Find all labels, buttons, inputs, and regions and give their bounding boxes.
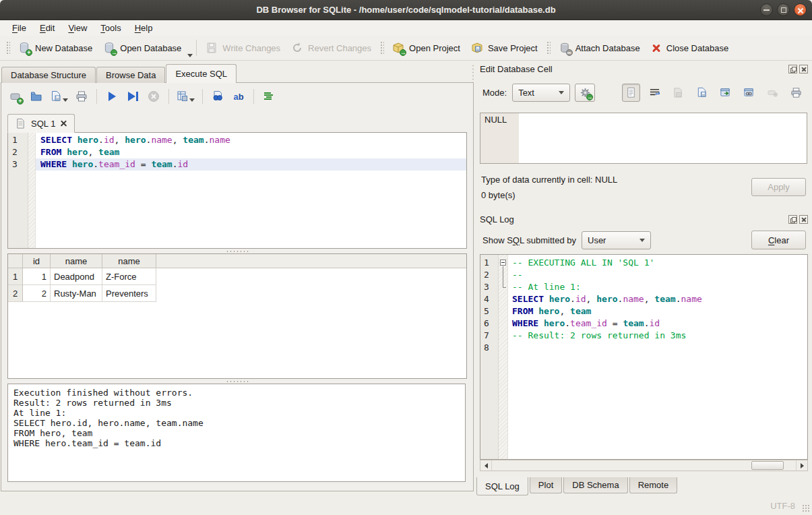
- corner-header[interactable]: [8, 254, 23, 268]
- arrow-badge-icon: →: [111, 49, 117, 56]
- execute-all-button[interactable]: [104, 88, 119, 104]
- editor-results-splitter[interactable]: [7, 249, 467, 253]
- auto-mode-button[interactable]: →: [575, 84, 595, 102]
- close-panel-icon[interactable]: [799, 65, 808, 73]
- import-data-button[interactable]: [669, 84, 687, 102]
- save-results-button[interactable]: [177, 88, 195, 104]
- submitted-by-select[interactable]: User: [582, 231, 651, 249]
- plus-badge-icon: +: [26, 49, 32, 56]
- open-external-button[interactable]: [716, 84, 735, 102]
- sql-log-view[interactable]: 1 2 3 4 5 6 7 8 -- EXECUTING ALL IN: [480, 254, 808, 460]
- find-button[interactable]: [210, 88, 225, 104]
- cell-team-name[interactable]: Preventers: [102, 285, 156, 302]
- close-button[interactable]: [794, 3, 807, 16]
- cell-team-name[interactable]: Z-Force: [102, 268, 156, 285]
- message-line: Execution finished without errors.: [13, 388, 460, 398]
- toolbar-drag-handle[interactable]: [5, 40, 10, 55]
- write-changes-button[interactable]: Write Changes: [200, 39, 286, 57]
- tab-database-structure[interactable]: Database Structure: [1, 67, 96, 83]
- menu-file[interactable]: File: [5, 21, 33, 35]
- apply-button[interactable]: Apply: [751, 178, 806, 196]
- title-bar[interactable]: DB Browser for SQLite - /home/user/code/…: [0, 0, 812, 20]
- execution-message-box[interactable]: Execution finished without errors. Resul…: [7, 384, 466, 482]
- log-horizontal-scrollbar[interactable]: [480, 460, 808, 471]
- tab-remote[interactable]: Remote: [629, 477, 678, 493]
- set-null-button[interactable]: [763, 84, 782, 102]
- sql-log-filter-row: Show SQL submitted by User Clear: [482, 231, 806, 249]
- resize-grip[interactable]: [802, 504, 810, 512]
- print-icon: [75, 90, 88, 102]
- menu-edit[interactable]: Edit: [33, 21, 61, 35]
- attach-database-button[interactable]: ∞ Attach Database: [553, 39, 646, 57]
- scrollbar-thumb[interactable]: [751, 461, 784, 470]
- column-header-id[interactable]: id: [23, 254, 51, 268]
- maximize-button[interactable]: [777, 3, 790, 16]
- column-header-name[interactable]: name: [51, 254, 102, 268]
- word-wrap-button[interactable]: [646, 84, 664, 102]
- scroll-left-icon[interactable]: [480, 460, 492, 471]
- row-header[interactable]: 1: [8, 268, 23, 285]
- cell-value-editor[interactable]: NULL: [480, 113, 807, 164]
- cell-id[interactable]: 1: [23, 268, 51, 285]
- replace-button[interactable]: ab: [231, 88, 246, 104]
- open-database-button[interactable]: → Open Database: [98, 39, 187, 57]
- new-database-icon: +: [18, 42, 30, 54]
- close-database-button[interactable]: Close Database: [646, 40, 735, 56]
- toolbar-drag-handle[interactable]: [546, 40, 551, 55]
- menu-tools[interactable]: Tools: [94, 21, 127, 35]
- log-text-area[interactable]: -- EXECUTING ALL IN 'SQL 1' -- -- At lin…: [508, 255, 807, 459]
- tab-plot[interactable]: Plot: [530, 477, 562, 493]
- open-database-dropdown[interactable]: [187, 54, 193, 57]
- save-results-dropdown[interactable]: [189, 98, 195, 102]
- sql-editor[interactable]: 1 2 3 SELECT hero.id, hero.name, team.na…: [7, 132, 467, 249]
- row-header[interactable]: 2: [8, 285, 23, 302]
- mode-select[interactable]: Text: [512, 84, 570, 102]
- revert-changes-button[interactable]: Revert Changes: [286, 39, 377, 57]
- scroll-right-icon[interactable]: [796, 460, 807, 471]
- minimize-button[interactable]: [760, 3, 773, 16]
- scrollbar-track[interactable]: [492, 460, 796, 471]
- print-sql-button[interactable]: [74, 88, 89, 104]
- tab-execute-sql[interactable]: Execute SQL: [166, 64, 237, 83]
- float-panel-icon[interactable]: [788, 65, 797, 73]
- save-project-button[interactable]: Save Project: [466, 39, 543, 57]
- tab-db-schema[interactable]: DB Schema: [563, 477, 627, 493]
- new-database-button[interactable]: + New Database: [13, 39, 98, 57]
- close-panel-icon[interactable]: [799, 215, 808, 224]
- clear-log-button[interactable]: Clear: [751, 231, 806, 249]
- tab-sql-log[interactable]: SQL Log: [476, 477, 528, 495]
- tab-browse-data[interactable]: Browse Data: [96, 67, 165, 83]
- editor-line-numbers: 1 2 3: [8, 133, 28, 248]
- results-message-splitter[interactable]: [7, 379, 467, 384]
- execute-line-button[interactable]: [125, 88, 140, 104]
- save-sql-file-button[interactable]: [50, 88, 68, 104]
- toolbar-drag-handle[interactable]: [379, 40, 384, 55]
- sql-log-dock-header[interactable]: SQL Log: [480, 213, 808, 225]
- log-line: -- Result: 2 rows returned in 3ms: [508, 330, 807, 342]
- menu-help[interactable]: Help: [128, 21, 160, 35]
- cell-id[interactable]: 2: [23, 285, 51, 302]
- save-sql-dropdown[interactable]: [63, 98, 68, 102]
- open-sql-file-button[interactable]: [29, 88, 44, 104]
- cell-editor-text-area[interactable]: [519, 113, 807, 163]
- export-data-button[interactable]: [693, 84, 711, 102]
- close-tab-icon[interactable]: [60, 120, 67, 127]
- cell-type-info: Type of data currently in cell: NULL: [481, 175, 617, 185]
- cell-hero-name[interactable]: Rusty-Man: [51, 285, 102, 302]
- menu-view[interactable]: View: [61, 21, 94, 35]
- set-link-button[interactable]: [740, 84, 758, 102]
- column-header-name2[interactable]: name: [102, 254, 156, 268]
- fold-marker[interactable]: [499, 257, 508, 269]
- cell-hero-name[interactable]: Deadpond: [51, 268, 102, 285]
- new-sql-tab-button[interactable]: +: [8, 88, 23, 104]
- collapse-icon: [500, 260, 506, 266]
- edit-cell-dock-header[interactable]: Edit Database Cell: [480, 63, 808, 75]
- print-cell-button[interactable]: [787, 84, 805, 102]
- stop-execution-button[interactable]: [146, 88, 161, 104]
- format-sql-button[interactable]: [261, 88, 276, 104]
- text-mode-button[interactable]: [622, 84, 640, 102]
- float-panel-icon[interactable]: [788, 215, 797, 224]
- sql-file-tab[interactable]: SQL 1: [7, 114, 75, 133]
- editor-text-area[interactable]: SELECT hero.id, hero.name, team.name FRO…: [36, 133, 466, 248]
- open-project-button[interactable]: → Open Project: [387, 39, 466, 57]
